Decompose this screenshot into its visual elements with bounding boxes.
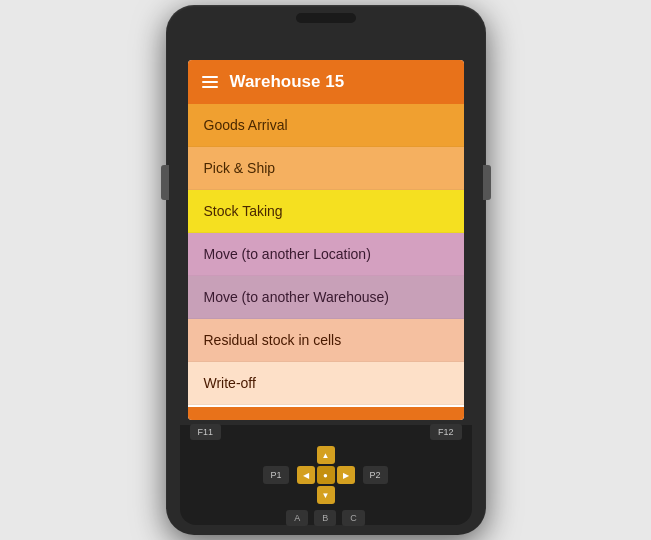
- key-b[interactable]: B: [314, 510, 336, 526]
- side-button-left[interactable]: [161, 165, 169, 200]
- dpad-right[interactable]: ▶: [337, 466, 355, 484]
- keypad-bottom-row: A B C: [286, 510, 365, 526]
- side-button-right[interactable]: [483, 165, 491, 200]
- keypad-middle: P1 ▲ ◀ ● ▶ ▼ P2: [263, 446, 387, 504]
- dpad-down[interactable]: ▼: [317, 486, 335, 504]
- screen: Warehouse 15 Goods Arrival Pick & Ship S…: [188, 60, 464, 420]
- server-exchange-button[interactable]: Server exchange: [188, 407, 464, 420]
- menu-item-writeoff[interactable]: Write-off: [188, 362, 464, 405]
- keypad: F11 F12 P1 ▲ ◀ ● ▶ ▼ P2: [180, 425, 472, 525]
- key-f12[interactable]: F12: [430, 424, 462, 440]
- hamburger-menu-icon[interactable]: [202, 76, 218, 88]
- device-body: Warehouse 15 Goods Arrival Pick & Ship S…: [166, 5, 486, 535]
- device-top-bump: [296, 13, 356, 23]
- app-title: Warehouse 15: [230, 72, 345, 92]
- key-p1[interactable]: P1: [263, 466, 288, 484]
- dpad-center[interactable]: ●: [317, 466, 335, 484]
- menu-item-goods-arrival[interactable]: Goods Arrival: [188, 104, 464, 147]
- key-f11[interactable]: F11: [190, 424, 222, 440]
- keypad-top-row: F11 F12: [186, 424, 466, 440]
- device: Warehouse 15 Goods Arrival Pick & Ship S…: [166, 5, 486, 535]
- dpad-up[interactable]: ▲: [317, 446, 335, 464]
- menu-item-move-location[interactable]: Move (to another Location): [188, 233, 464, 276]
- key-p2[interactable]: P2: [363, 466, 388, 484]
- dpad-left[interactable]: ◀: [297, 466, 315, 484]
- key-a[interactable]: A: [286, 510, 308, 526]
- menu-item-residual[interactable]: Residual stock in cells: [188, 319, 464, 362]
- app-header: Warehouse 15: [188, 60, 464, 104]
- menu-item-pick-ship[interactable]: Pick & Ship: [188, 147, 464, 190]
- key-c[interactable]: C: [342, 510, 365, 526]
- menu-item-stock-taking[interactable]: Stock Taking: [188, 190, 464, 233]
- dpad: ▲ ◀ ● ▶ ▼: [297, 446, 355, 504]
- menu-item-move-warehouse[interactable]: Move (to another Warehouse): [188, 276, 464, 319]
